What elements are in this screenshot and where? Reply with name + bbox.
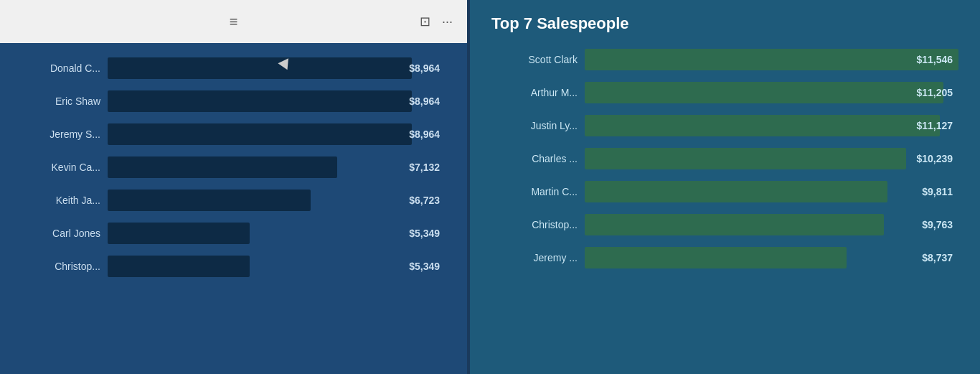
right-row-label: Scott Clark <box>491 54 578 65</box>
right-chart-row: Christop... $9,763 <box>491 211 958 238</box>
right-row-label: Jeremy ... <box>491 252 578 263</box>
bar-container: $7,132 <box>108 156 446 178</box>
bar-value: $8,964 <box>409 128 440 140</box>
bar <box>108 156 337 178</box>
right-bar <box>585 247 847 268</box>
bar-value: $5,349 <box>409 261 440 272</box>
right-bar-value: $9,763 <box>922 219 953 230</box>
right-bar-container: $9,811 <box>585 181 958 202</box>
right-chart-row: Justin Ly... $11,127 <box>491 112 958 139</box>
row-label: Keith Ja... <box>22 195 100 206</box>
right-bar-container: $11,205 <box>585 82 958 103</box>
right-chart-row: Scott Clark $11,546 <box>491 46 958 73</box>
right-panel-title: Top 7 Salespeople <box>491 14 958 33</box>
row-label: Carl Jones <box>22 228 100 239</box>
bar-container: $8,964 <box>108 57 446 79</box>
right-bar-container: $8,737 <box>585 247 958 268</box>
right-row-label: Arthur M... <box>491 87 578 98</box>
right-panel: Top 7 Salespeople Scott Clark $11,546 Ar… <box>470 0 980 374</box>
right-chart-row: Arthur M... $11,205 <box>491 79 958 106</box>
right-chart-area: Scott Clark $11,546 Arthur M... $11,205 … <box>491 46 958 271</box>
right-bar-container: $11,127 <box>585 115 958 136</box>
left-chart-row: Eric Shaw $8,964 <box>22 88 446 115</box>
hamburger-icon[interactable]: ≡ <box>230 14 238 30</box>
expand-icon[interactable]: ⊡ <box>420 14 430 29</box>
toolbar: ≡ ⊡ ··· <box>0 0 467 43</box>
left-chart-row: Carl Jones $5,349 <box>22 220 446 247</box>
right-bar <box>585 181 887 202</box>
right-chart-row: Charles ... $10,239 <box>491 145 958 172</box>
more-icon[interactable]: ··· <box>442 14 453 29</box>
row-label: Eric Shaw <box>22 95 100 107</box>
right-row-label: Christop... <box>491 219 578 230</box>
right-bar <box>585 115 940 136</box>
bar-container: $5,349 <box>108 223 446 244</box>
right-chart-row: Martin C... $9,811 <box>491 178 958 205</box>
right-bar <box>585 82 943 103</box>
right-bar-value: $11,546 <box>916 54 953 65</box>
right-row-label: Charles ... <box>491 153 578 164</box>
right-bar-value: $11,127 <box>916 120 953 131</box>
row-label: Christop... <box>22 261 100 272</box>
right-bar <box>585 148 906 169</box>
bar <box>108 223 250 244</box>
row-label: Donald C... <box>22 62 100 74</box>
left-chart-area: Donald C... $8,964 Eric Shaw $8,964 Jere… <box>0 43 467 374</box>
bar <box>108 123 412 145</box>
left-chart-row: Keith Ja... $6,723 <box>22 187 446 214</box>
bar-container: $8,964 <box>108 90 446 112</box>
right-row-label: Justin Ly... <box>491 120 578 131</box>
left-chart-row: Kevin Ca... $7,132 <box>22 154 446 181</box>
left-chart-row: Jeremy S... $8,964 <box>22 121 446 148</box>
right-bar-value: $8,737 <box>922 252 953 263</box>
bar-value: $8,964 <box>409 95 440 107</box>
left-chart-row: Christop... $5,349 <box>22 253 446 280</box>
bar-value: $7,132 <box>409 162 440 173</box>
right-bar-container: $11,546 <box>585 49 958 70</box>
right-bar-value: $10,239 <box>916 153 953 164</box>
bar-container: $8,964 <box>108 123 446 145</box>
right-chart-row: Jeremy ... $8,737 <box>491 244 958 271</box>
bar <box>108 256 250 277</box>
right-row-label: Martin C... <box>491 186 578 197</box>
right-bar-container: $10,239 <box>585 148 958 169</box>
bar-value: $8,964 <box>409 62 440 74</box>
bar-value: $6,723 <box>409 195 440 206</box>
right-bar <box>585 214 884 235</box>
row-label: Kevin Ca... <box>22 162 100 173</box>
row-label: Jeremy S... <box>22 128 100 140</box>
left-panel: ≡ ⊡ ··· Donald C... $8,964 Eric Shaw $8,… <box>0 0 470 374</box>
bar-container: $6,723 <box>108 190 446 211</box>
bar <box>108 190 311 211</box>
bar <box>108 90 412 112</box>
right-bar-container: $9,763 <box>585 214 958 235</box>
right-bar <box>585 49 958 70</box>
toolbar-icons: ⊡ ··· <box>420 14 453 29</box>
right-bar-value: $9,811 <box>922 186 953 197</box>
bar-container: $5,349 <box>108 256 446 277</box>
left-chart-row: Donald C... $8,964 <box>22 55 446 82</box>
right-bar-value: $11,205 <box>916 87 953 98</box>
bar-value: $5,349 <box>409 228 440 239</box>
bar <box>108 57 412 79</box>
